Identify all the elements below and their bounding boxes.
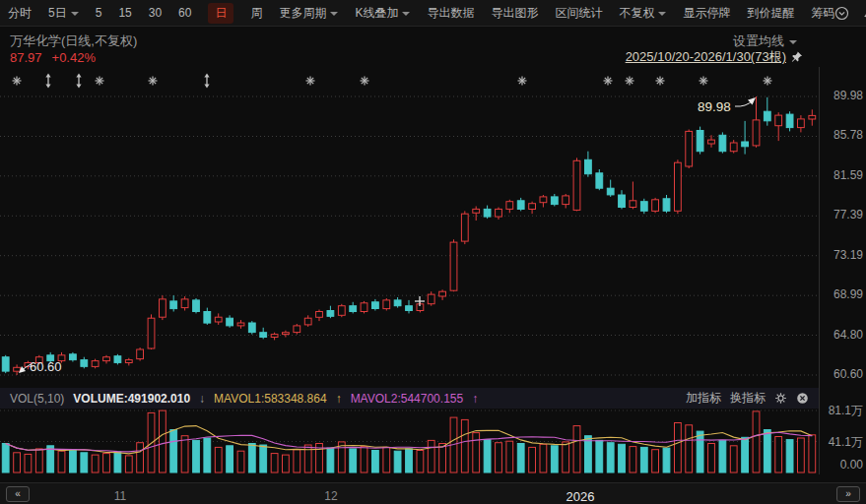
switch-indicator-button[interactable]: 换指标 — [730, 390, 766, 407]
toolbar-item[interactable]: 筹码 — [811, 5, 834, 22]
volume-bar — [260, 445, 267, 472]
collapse-circle-icon[interactable] — [834, 6, 849, 21]
volume-bar — [675, 423, 682, 473]
toolbar-item[interactable]: 导出图形 — [491, 5, 538, 22]
candle — [327, 311, 334, 317]
brush-icon[interactable] — [862, 6, 866, 20]
stock-chart-window: 分时5日5153060日周更多周期K线叠加导出数据导出图形区间统计不复权显示停牌… — [0, 0, 866, 504]
toolbar-item[interactable]: 显示停牌 — [683, 5, 730, 22]
updown-arrow-icon[interactable] — [76, 74, 81, 89]
candlestick-chart[interactable]: 60.6089.98 — [0, 67, 820, 389]
candle — [181, 299, 188, 308]
event-star-icon[interactable] — [13, 77, 22, 86]
toolbar-item[interactable]: 60 — [178, 6, 191, 20]
toolbar-item[interactable]: 15 — [118, 6, 131, 20]
toolbar-item[interactable]: 不复权 — [619, 5, 666, 22]
toolbar-item[interactable]: 5日 — [48, 5, 79, 22]
volume-bar — [137, 443, 144, 472]
pin-icon[interactable] — [790, 50, 803, 64]
toolbar-item-label: 到价提醒 — [747, 5, 794, 22]
price-axis-label: 81.59 — [821, 168, 863, 182]
candle — [372, 302, 379, 309]
candle — [708, 140, 715, 144]
volume-bar — [708, 444, 715, 473]
candle — [103, 357, 110, 361]
volume-bar — [327, 448, 334, 472]
scroll-right-button[interactable]: » — [836, 486, 860, 502]
toolbar-item-label: 导出数据 — [427, 5, 474, 22]
volume-bar — [406, 449, 413, 472]
candle — [260, 333, 267, 338]
toolbar-item-label: 更多周期 — [279, 5, 326, 22]
volume-bar — [428, 440, 434, 472]
volume-bar — [798, 438, 805, 472]
candle — [596, 173, 603, 188]
candle — [148, 318, 155, 348]
event-star-icon[interactable] — [361, 77, 369, 86]
toolbar-item-label: 导出图形 — [491, 5, 538, 22]
period-tab-active[interactable]: 日 — [208, 3, 233, 24]
toolbar-item[interactable]: 30 — [149, 6, 162, 20]
toolbar-item[interactable]: 周 — [250, 5, 262, 22]
volume-bar — [484, 440, 491, 472]
event-star-icon[interactable] — [306, 77, 315, 86]
chevron-down-icon — [71, 12, 79, 16]
candle — [361, 303, 367, 312]
volume-bar — [394, 451, 401, 472]
toolbar-item[interactable]: 导出数据 — [427, 5, 474, 22]
volume-bar — [227, 446, 233, 472]
gear-icon[interactable] — [774, 392, 787, 405]
volume-bar — [663, 448, 670, 472]
candle — [506, 202, 513, 210]
candle — [160, 299, 167, 317]
toolbar-item[interactable]: 分时 — [8, 5, 32, 22]
updown-arrow-icon[interactable] — [45, 74, 50, 89]
event-star-icon[interactable] — [699, 77, 708, 86]
volume-down-arrow-icon: ↓ — [199, 392, 205, 406]
chevron-down-icon — [402, 12, 410, 16]
volume-bar — [58, 451, 65, 472]
price-axis-label: 77.39 — [821, 208, 863, 221]
volume-bar — [114, 452, 121, 472]
date-range: 2025/10/20-2026/1/30(73根) — [626, 48, 803, 66]
toolbar-item[interactable]: 区间统计 — [555, 5, 602, 22]
event-star-icon[interactable] — [96, 77, 104, 86]
candle — [70, 354, 77, 360]
volume-bar — [103, 454, 110, 472]
vol-indicator-label[interactable]: VOL(5,10) — [10, 392, 64, 406]
volume-bar — [630, 447, 636, 472]
event-star-icon[interactable] — [518, 77, 527, 86]
event-star-icon[interactable] — [604, 77, 613, 86]
candle — [125, 360, 132, 363]
volume-bar — [506, 441, 513, 472]
toolbar-item[interactable]: K线叠加 — [355, 5, 410, 22]
close-circle-icon[interactable] — [796, 392, 809, 405]
event-star-icon[interactable] — [656, 77, 665, 86]
volume-chart[interactable] — [0, 409, 820, 475]
toolbar-item-label: 5日 — [48, 5, 67, 22]
event-star-icon[interactable] — [626, 77, 634, 86]
toolbar-item[interactable]: 到价提醒 — [747, 5, 794, 22]
date-range-link[interactable]: 2025/10/20-2026/1/30(73根) — [626, 48, 786, 66]
volume-bar — [204, 438, 211, 472]
volume-bar — [786, 440, 793, 472]
add-indicator-button[interactable]: 加指标 — [686, 390, 721, 407]
toolbar-item[interactable]: 更多周期 — [279, 5, 338, 22]
candle — [484, 209, 491, 217]
high-annotation: 89.98 — [698, 99, 731, 114]
volume-bar — [35, 449, 42, 472]
volume-bar — [372, 451, 379, 473]
updown-arrow-icon[interactable] — [204, 74, 209, 89]
toolbar-item[interactable]: 5 — [96, 6, 102, 20]
event-star-icon[interactable] — [149, 77, 158, 86]
candle — [663, 199, 670, 212]
scroll-left-button[interactable]: « — [6, 486, 30, 502]
event-star-icon[interactable] — [764, 77, 772, 86]
stock-title: 万华化学(日线,不复权) — [10, 32, 137, 50]
volume-bar — [517, 444, 524, 473]
volume-bar — [417, 451, 424, 473]
volume-bar — [237, 451, 244, 472]
candle — [316, 312, 323, 318]
volume-bar — [215, 447, 222, 472]
toolbar-item-label: K线叠加 — [355, 5, 398, 22]
